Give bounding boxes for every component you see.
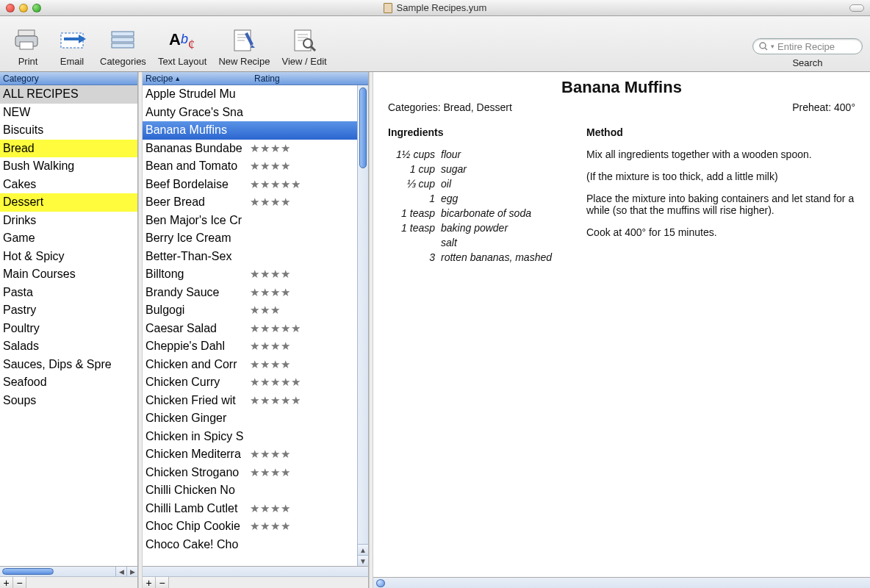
category-add-button[interactable]: + xyxy=(0,577,13,588)
scroll-knob[interactable] xyxy=(376,579,385,587)
star-rating: ★★★★★ xyxy=(250,373,301,392)
recipe-row[interactable]: Banana Muffins xyxy=(143,121,368,140)
category-row[interactable]: Salads xyxy=(0,337,137,356)
recipe-row-name: Apple Strudel Mu xyxy=(145,85,250,104)
category-column-header[interactable]: Category xyxy=(0,72,137,85)
preheat-label: Preheat: xyxy=(792,101,831,113)
ingredient-row: salt xyxy=(388,237,564,248)
recipe-row[interactable]: Apple Strudel Mu xyxy=(143,85,368,104)
svg-rect-0 xyxy=(18,30,35,36)
scroll-down-icon[interactable]: ▼ xyxy=(358,555,368,566)
recipe-row-name: Chicken Fried wit xyxy=(145,392,250,410)
recipe-add-button[interactable]: + xyxy=(143,577,156,588)
category-row[interactable]: Cakes xyxy=(0,176,137,194)
search-input[interactable] xyxy=(777,41,856,52)
recipe-row[interactable]: Chicken in Spicy S xyxy=(143,428,368,446)
recipe-hscroll[interactable] xyxy=(143,567,368,577)
recipe-column-headers: Recipe ▲ Rating xyxy=(143,72,368,85)
ingredient-qty: 1 teasp xyxy=(388,207,441,219)
document-icon xyxy=(384,3,392,13)
category-remove-button[interactable]: − xyxy=(13,577,26,588)
recipe-row[interactable]: Bananas Bundabe★★★★ xyxy=(143,140,368,158)
email-button[interactable]: Email xyxy=(51,24,93,70)
recipe-row[interactable]: Beer Bread★★★★ xyxy=(143,193,368,212)
category-row[interactable]: Soups xyxy=(0,392,137,410)
print-button[interactable]: Print xyxy=(7,24,48,70)
category-row[interactable]: Drinks xyxy=(0,212,137,230)
category-row[interactable]: Pasta xyxy=(0,284,137,302)
recipe-row[interactable]: Chicken Strogano★★★★ xyxy=(143,464,368,482)
recipe-row[interactable]: Chicken and Corr★★★★ xyxy=(143,356,368,374)
method-step: Cook at 400° for 15 minutes. xyxy=(586,226,855,238)
search-icon xyxy=(759,42,768,51)
text-layout-icon: Ab¢ xyxy=(168,25,197,54)
recipe-list[interactable]: Apple Strudel MuAunty Grace's SnaBanana … xyxy=(143,85,368,566)
view-edit-button[interactable]: View / Edit xyxy=(277,24,331,70)
text-layout-button[interactable]: Ab¢ Text Layout xyxy=(154,24,212,70)
recipe-view-hscroll[interactable] xyxy=(373,577,870,588)
recipe-name-header[interactable]: Recipe ▲ xyxy=(143,74,251,84)
star-rating: ★★★★ xyxy=(250,517,291,536)
category-row[interactable]: Biscuits xyxy=(0,121,137,140)
scroll-right-icon[interactable]: ▶ xyxy=(126,567,137,576)
category-list[interactable]: ALL RECIPES NEWBiscuitsBreadBush Walking… xyxy=(0,85,137,566)
category-row[interactable]: Sauces, Dips & Spre xyxy=(0,356,137,374)
recipe-row-name: Caesar Salad xyxy=(145,320,250,338)
category-hscroll[interactable]: ◀▶ xyxy=(0,567,137,577)
new-recipe-button[interactable]: New Recipe xyxy=(214,24,274,70)
star-rating: ★★★★ xyxy=(250,265,291,284)
search-menu-caret-icon[interactable]: ▾ xyxy=(771,43,774,50)
recipe-row[interactable]: Aunty Grace's Sna xyxy=(143,104,368,122)
recipe-row[interactable]: Chilli Lamb Cutlet★★★★ xyxy=(143,500,368,518)
recipe-row[interactable]: Beef Bordelaise★★★★★ xyxy=(143,176,368,194)
recipe-row[interactable]: Chicken Ginger xyxy=(143,409,368,428)
recipe-row[interactable]: Bulgogi★★★ xyxy=(143,301,368,320)
recipe-row[interactable]: Ben Major's Ice Cr xyxy=(143,212,368,230)
preheat-value: 400° xyxy=(834,101,855,113)
recipe-row[interactable]: Brandy Sauce★★★★ xyxy=(143,284,368,302)
toolbar-toggle-button[interactable] xyxy=(849,4,864,12)
scroll-left-icon[interactable]: ◀ xyxy=(115,567,126,576)
category-row[interactable]: Game xyxy=(0,229,137,248)
category-row[interactable]: Bush Walking xyxy=(0,157,137,176)
recipe-row[interactable]: Chicken Curry★★★★★ xyxy=(143,373,368,392)
category-row[interactable]: Poultry xyxy=(0,320,137,338)
recipe-row[interactable]: Choc Chip Cookie★★★★ xyxy=(143,517,368,536)
recipe-row[interactable]: Bean and Tomato★★★★ xyxy=(143,157,368,176)
categories-button[interactable]: Categories xyxy=(96,24,151,70)
recipe-row[interactable]: Chicken Mediterra★★★★ xyxy=(143,445,368,464)
category-row[interactable]: NEW xyxy=(0,104,137,122)
recipe-row[interactable]: Choco Cake! Cho xyxy=(143,536,368,554)
recipe-row[interactable]: Billtong★★★★ xyxy=(143,265,368,284)
ingredient-row: 1 teaspbicarbonate of soda xyxy=(388,207,564,219)
method-step: Mix all ingredients together with a wood… xyxy=(586,148,855,160)
recipe-row-name: Choc Chip Cookie xyxy=(145,517,250,536)
search-area: ▾ Search xyxy=(752,38,863,70)
recipe-row[interactable]: Cheppie's Dahl★★★★ xyxy=(143,337,368,356)
ingredient-row: 1 teaspbaking powder xyxy=(388,222,564,234)
app-window: Sample Recipes.yum Print Email Categorie… xyxy=(0,0,870,588)
category-row[interactable]: Hot & Spicy xyxy=(0,248,137,266)
recipe-vscroll[interactable]: ▲ ▼ xyxy=(357,85,368,566)
recipe-row[interactable]: Caesar Salad★★★★★ xyxy=(143,320,368,338)
ingredient-item: oil xyxy=(441,178,451,190)
rating-header[interactable]: Rating xyxy=(251,74,283,84)
recipe-columns: Ingredients 1½ cupsflour1 cupsugar⅓ cupo… xyxy=(388,126,855,266)
category-row[interactable]: Dessert xyxy=(0,193,137,212)
ingredient-row: 1½ cupsflour xyxy=(388,148,564,160)
category-row[interactable]: Pastry xyxy=(0,301,137,320)
recipe-row[interactable]: Berry Ice Cream xyxy=(143,229,368,248)
recipe-row[interactable]: Chicken Fried wit★★★★★ xyxy=(143,392,368,410)
star-rating: ★★★★ xyxy=(250,284,291,302)
recipe-row-name: Billtong xyxy=(145,265,250,284)
recipe-row[interactable]: Better-Than-Sex xyxy=(143,248,368,266)
search-label: Search xyxy=(792,57,822,68)
recipe-remove-button[interactable]: − xyxy=(156,577,169,588)
category-row[interactable]: Main Courses xyxy=(0,265,137,284)
category-row[interactable]: Bread xyxy=(0,140,137,158)
category-row[interactable]: ALL RECIPES xyxy=(0,85,137,104)
scroll-up-icon[interactable]: ▲ xyxy=(358,544,368,555)
recipe-row[interactable]: Chilli Chicken No xyxy=(143,481,368,500)
search-field[interactable]: ▾ xyxy=(752,38,863,54)
category-row[interactable]: Seafood xyxy=(0,373,137,392)
